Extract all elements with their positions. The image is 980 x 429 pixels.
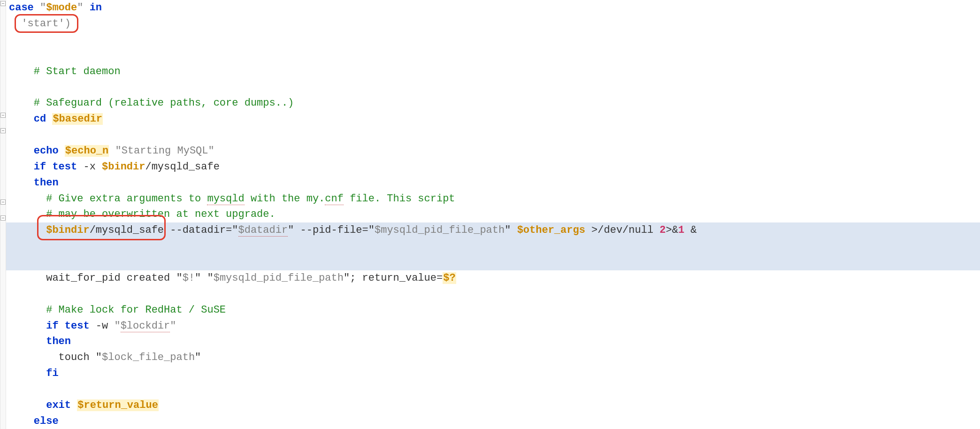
code-line [6, 127, 980, 143]
code-line [6, 286, 980, 302]
code-line: case "$mode" in [6, 0, 980, 16]
code-line: # Start daemon [6, 64, 980, 80]
code-editor: case "$mode" in 'start') # Start daemon … [0, 0, 980, 429]
code-line: echo $echo_n "Starting MySQL" [6, 143, 980, 159]
code-line: fi [6, 366, 980, 382]
fold-gutter [0, 0, 6, 429]
code-line: cd $basedir [6, 111, 980, 127]
code-line: then [6, 175, 980, 191]
code-line [6, 382, 980, 398]
code-line: # Make lock for RedHat / SuSE [6, 302, 980, 318]
code-line [6, 79, 980, 95]
fold-marker[interactable] [0, 199, 6, 205]
fold-marker[interactable] [0, 215, 6, 221]
keyword-case: case [9, 2, 34, 14]
keyword-in: in [90, 2, 102, 14]
code-line: wait_for_pid created "$!" "$mysqld_pid_f… [6, 270, 980, 286]
code-line: touch "$lock_file_path" [6, 350, 980, 366]
code-line: # Safeguard (relative paths, core dumps.… [6, 95, 980, 111]
code-line: 'start') [6, 16, 980, 64]
code-line-highlighted: $bindir/mysqld_safe --datadir="$datadir"… [6, 222, 980, 270]
fold-marker[interactable] [0, 113, 6, 118]
code-line: else [6, 414, 980, 429]
code-line: if test -w "$lockdir" [6, 318, 980, 334]
code-line: # Give extra arguments to mysqld with th… [6, 191, 980, 207]
fold-marker[interactable] [0, 1, 6, 6]
code-line: then [6, 334, 980, 350]
code-line: # may be overwritten at next upgrade. [6, 207, 980, 222]
code-line: if test -x $bindir/mysqld_safe [6, 159, 980, 175]
fold-marker[interactable] [0, 128, 6, 133]
code-line: exit $return_value [6, 398, 980, 414]
